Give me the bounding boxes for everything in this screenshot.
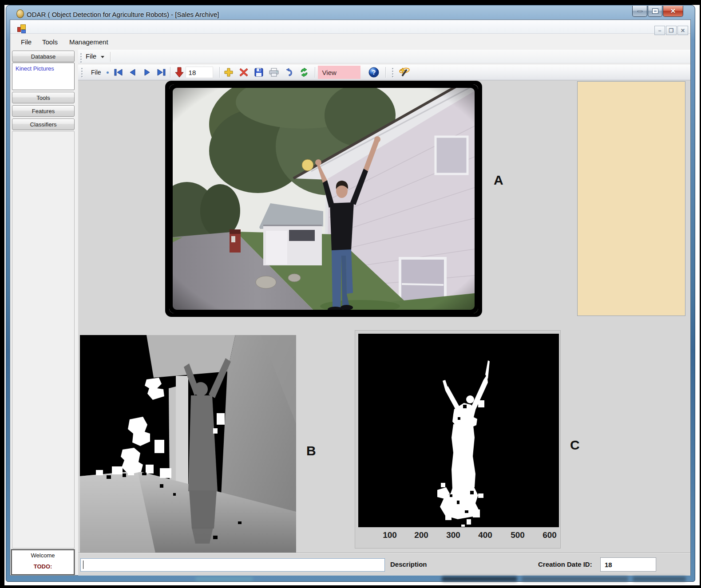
move-next-icon: [143, 69, 150, 76]
label-c: C: [570, 438, 580, 453]
text-caret: [83, 560, 83, 569]
menu-tools[interactable]: Tools: [40, 37, 60, 47]
welcome-box: Welcome TODO:: [11, 549, 75, 575]
undo-button[interactable]: [283, 66, 295, 79]
minimize-icon: [638, 11, 642, 12]
description-label: Description: [390, 560, 427, 568]
image-b-depthmap: [80, 335, 296, 553]
todo-text: TODO:: [12, 563, 74, 570]
sidebar-database-button[interactable]: Database: [12, 51, 75, 62]
refresh-button[interactable]: [298, 66, 310, 79]
axis-tick: 400: [472, 530, 499, 540]
screenshot-canvas: ODAR ( Object Detection for Agriculture …: [0, 0, 701, 588]
refresh-icon: [300, 68, 309, 77]
mdi-child-icon: [17, 24, 26, 33]
toolbar-grip[interactable]: [81, 68, 83, 77]
move-previous-icon: [129, 69, 136, 76]
maximize-button[interactable]: [648, 6, 662, 17]
printer-icon: [269, 68, 279, 77]
move-first-button[interactable]: [112, 66, 125, 79]
frame-smudge: [442, 576, 517, 581]
menu-management[interactable]: Management: [67, 37, 111, 47]
todo-input[interactable]: [80, 558, 385, 572]
position-download-button[interactable]: [173, 66, 186, 79]
save-floppy-icon: [254, 68, 263, 77]
frame-smudge: [522, 576, 628, 581]
mdi-close-button[interactable]: ✕: [677, 26, 688, 35]
kinect-pictures-link[interactable]: Kinect Pictures: [16, 65, 54, 72]
save-button[interactable]: [253, 66, 265, 79]
delete-x-icon: [239, 68, 248, 77]
mdi-restore-button[interactable]: ❐: [666, 26, 677, 35]
undo-arrow-icon: [285, 68, 293, 77]
photo-scene: [169, 84, 478, 313]
mask-plot: [358, 334, 559, 527]
record-navigation-toolbar: File 18: [78, 65, 690, 80]
svg-text:?: ?: [372, 69, 376, 76]
mdi-close-icon: ✕: [681, 28, 685, 34]
print-button[interactable]: [268, 66, 280, 79]
axis-tick: 600: [536, 530, 563, 540]
axis-tick: 100: [376, 530, 403, 540]
app-icon: [16, 9, 24, 18]
add-plus-icon: [224, 68, 233, 77]
sidebar-empty-panel: [12, 131, 75, 549]
move-next-button[interactable]: [141, 66, 153, 79]
help-button[interactable]: ?: [368, 66, 380, 79]
screenshot-border: [0, 0, 701, 5]
toolstrip-separator: [110, 52, 111, 62]
label-a: A: [494, 173, 503, 188]
minimize-button[interactable]: [632, 6, 647, 17]
label-b: B: [306, 443, 316, 458]
depth-scene: [80, 335, 296, 553]
dropdown-arrow-icon: [101, 56, 104, 58]
toolbar-grip-2[interactable]: [392, 68, 394, 77]
add-record-button[interactable]: [222, 66, 235, 79]
creation-date-id-label: Creation Date ID:: [538, 560, 592, 568]
move-last-button[interactable]: [155, 66, 167, 79]
maximize-icon: [653, 9, 658, 13]
red-down-arrow-icon: [175, 67, 184, 78]
magic-wand-icon: [398, 66, 411, 79]
sidebar-features-button[interactable]: Features: [12, 105, 75, 117]
close-button[interactable]: ✕: [663, 6, 683, 17]
toolstrip-file-menu[interactable]: File: [86, 52, 104, 60]
screenshot-border: [0, 585, 701, 588]
menu-file[interactable]: File: [18, 37, 34, 47]
mdi-restore-icon: ❐: [669, 28, 674, 34]
mdi-minimize-button[interactable]: –: [654, 26, 665, 35]
move-first-icon: [114, 69, 123, 76]
move-previous-button[interactable]: [127, 66, 139, 79]
record-position-input[interactable]: 18: [186, 67, 213, 78]
view-menu-item[interactable]: View: [318, 66, 360, 79]
image-a-photo: [165, 81, 482, 317]
axis-tick: 500: [504, 530, 531, 540]
mdi-strip: [10, 20, 690, 34]
sidebar-classifiers-button[interactable]: Classifiers: [12, 118, 75, 130]
mdi-minimize-icon: –: [658, 28, 661, 34]
file-toolstrip: [78, 50, 690, 63]
sidebar-tools-button[interactable]: Tools: [12, 92, 75, 103]
overflow-dot-icon: [107, 71, 109, 74]
image-c-mask-panel: 100 200 300 400 500 600: [355, 330, 561, 549]
screenshot-border: [0, 0, 4, 588]
beige-panel: [577, 81, 685, 316]
frame-reflection: [195, 577, 253, 581]
window-title: ODAR ( Object Detection for Agriculture …: [27, 11, 219, 18]
toolstrip-grip[interactable]: [80, 53, 82, 63]
close-icon: ✕: [670, 7, 676, 15]
toolbar-file-label[interactable]: File: [91, 69, 101, 76]
axis-tick: 200: [408, 530, 435, 540]
help-icon: ?: [368, 67, 379, 78]
move-last-icon: [157, 69, 166, 76]
axis-tick: 300: [440, 530, 467, 540]
delete-record-button[interactable]: [238, 66, 250, 79]
frame-smudge: [633, 576, 686, 581]
wizard-button[interactable]: [398, 66, 411, 79]
welcome-text: Welcome: [12, 552, 74, 559]
creation-date-id-input[interactable]: 18: [600, 557, 656, 572]
